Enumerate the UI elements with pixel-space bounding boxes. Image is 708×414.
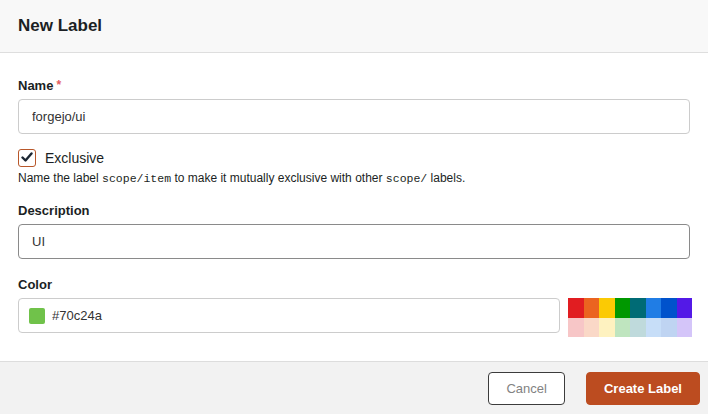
color-row	[18, 298, 690, 337]
checkbox-checkmark-icon	[21, 149, 33, 167]
description-field-group: Description	[18, 203, 690, 259]
color-hex-input[interactable]	[52, 299, 549, 332]
color-preview-swatch	[29, 308, 45, 324]
create-label-button[interactable]: Create Label	[586, 372, 700, 405]
palette-swatch[interactable]	[599, 298, 615, 318]
palette-swatch[interactable]	[677, 318, 693, 338]
palette-swatch[interactable]	[661, 298, 677, 318]
name-input[interactable]	[18, 99, 690, 134]
palette-swatch[interactable]	[568, 318, 584, 338]
palette-swatch[interactable]	[630, 318, 646, 338]
palette-swatch[interactable]	[599, 318, 615, 338]
color-field-group: Color	[18, 277, 690, 337]
exclusive-checkbox[interactable]	[18, 149, 36, 167]
palette-swatch[interactable]	[646, 298, 662, 318]
palette-swatch[interactable]	[646, 318, 662, 338]
exclusive-help-text: Name the label scope/item to make it mut…	[18, 171, 690, 185]
help-code-scope: scope/	[386, 172, 427, 185]
color-label: Color	[18, 277, 690, 292]
palette-swatch[interactable]	[677, 298, 693, 318]
palette-swatch[interactable]	[584, 298, 600, 318]
color-input-wrapper	[18, 298, 560, 333]
palette-swatch[interactable]	[615, 318, 631, 338]
help-text-prefix: Name the label	[18, 171, 102, 185]
help-text-suffix: labels.	[427, 171, 465, 185]
name-label: Name *	[18, 78, 690, 93]
dialog-footer: Cancel Create Label	[0, 361, 708, 414]
description-input[interactable]	[18, 224, 690, 259]
dialog-body: Name * Exclusive Name the label scope/it…	[0, 53, 708, 361]
new-label-dialog: New Label Name * Exclusive Name the labe…	[0, 0, 708, 414]
palette-swatch[interactable]	[584, 318, 600, 338]
exclusive-label[interactable]: Exclusive	[45, 150, 104, 166]
name-label-text: Name	[18, 78, 53, 93]
dialog-title: New Label	[18, 16, 102, 36]
help-text-middle: to make it mutually exclusive with other	[171, 171, 386, 185]
palette-swatch[interactable]	[615, 298, 631, 318]
palette-swatch[interactable]	[568, 298, 584, 318]
palette-swatch[interactable]	[661, 318, 677, 338]
cancel-button[interactable]: Cancel	[488, 372, 564, 405]
description-label: Description	[18, 203, 690, 218]
palette-swatch[interactable]	[630, 298, 646, 318]
exclusive-checkbox-row[interactable]: Exclusive	[18, 149, 690, 167]
required-asterisk: *	[56, 78, 61, 92]
color-palette	[568, 298, 692, 337]
help-code-scope-item: scope/item	[102, 172, 171, 185]
name-field-group: Name *	[18, 78, 690, 134]
dialog-header: New Label	[0, 0, 708, 53]
